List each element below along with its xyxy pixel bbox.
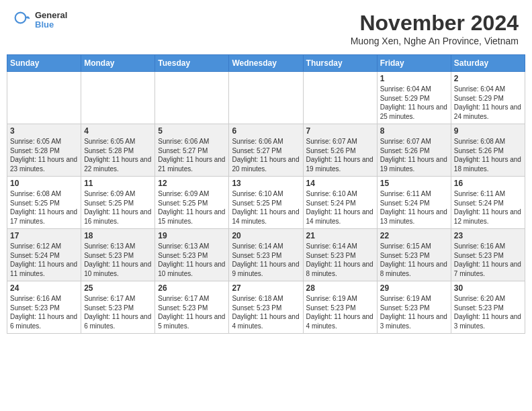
day-number: 29 xyxy=(380,283,448,293)
calendar-cell: 12Sunrise: 6:09 AM Sunset: 5:25 PM Dayli… xyxy=(155,177,229,229)
calendar-cell xyxy=(303,72,377,124)
week-row-1: 1Sunrise: 6:04 AM Sunset: 5:29 PM Daylig… xyxy=(7,72,525,124)
calendar-cell xyxy=(7,72,81,124)
day-info: Sunrise: 6:17 AM Sunset: 5:23 PM Dayligh… xyxy=(158,294,226,330)
calendar-table: SundayMondayTuesdayWednesdayThursdayFrid… xyxy=(7,54,525,334)
day-info: Sunrise: 6:14 AM Sunset: 5:23 PM Dayligh… xyxy=(232,242,300,278)
calendar-cell: 20Sunrise: 6:14 AM Sunset: 5:23 PM Dayli… xyxy=(229,229,303,281)
calendar-cell: 7Sunrise: 6:07 AM Sunset: 5:26 PM Daylig… xyxy=(303,124,377,177)
day-number: 1 xyxy=(380,74,448,83)
calendar-cell: 13Sunrise: 6:10 AM Sunset: 5:25 PM Dayli… xyxy=(229,177,303,229)
day-number: 20 xyxy=(232,231,300,240)
calendar-cell: 2Sunrise: 6:04 AM Sunset: 5:29 PM Daylig… xyxy=(451,72,525,124)
day-info: Sunrise: 6:05 AM Sunset: 5:28 PM Dayligh… xyxy=(84,137,152,173)
day-info: Sunrise: 6:14 AM Sunset: 5:23 PM Dayligh… xyxy=(306,242,374,278)
day-info: Sunrise: 6:12 AM Sunset: 5:24 PM Dayligh… xyxy=(10,242,78,278)
calendar-cell: 16Sunrise: 6:11 AM Sunset: 5:24 PM Dayli… xyxy=(451,177,525,229)
day-number: 26 xyxy=(158,283,226,293)
week-row-3: 10Sunrise: 6:08 AM Sunset: 5:25 PM Dayli… xyxy=(7,177,525,229)
weekday-sunday: Sunday xyxy=(7,55,81,72)
calendar-cell: 10Sunrise: 6:08 AM Sunset: 5:25 PM Dayli… xyxy=(7,177,81,229)
day-info: Sunrise: 6:11 AM Sunset: 5:24 PM Dayligh… xyxy=(380,189,448,226)
calendar-cell: 15Sunrise: 6:11 AM Sunset: 5:24 PM Dayli… xyxy=(377,177,451,229)
day-info: Sunrise: 6:19 AM Sunset: 5:23 PM Dayligh… xyxy=(380,294,448,330)
day-info: Sunrise: 6:13 AM Sunset: 5:23 PM Dayligh… xyxy=(158,242,226,278)
week-row-2: 3Sunrise: 6:05 AM Sunset: 5:28 PM Daylig… xyxy=(7,124,525,177)
day-info: Sunrise: 6:15 AM Sunset: 5:23 PM Dayligh… xyxy=(380,242,448,278)
calendar-cell: 25Sunrise: 6:17 AM Sunset: 5:23 PM Dayli… xyxy=(81,281,155,334)
day-info: Sunrise: 6:04 AM Sunset: 5:29 PM Dayligh… xyxy=(454,85,522,121)
day-number: 2 xyxy=(454,74,522,83)
calendar-cell: 29Sunrise: 6:19 AM Sunset: 5:23 PM Dayli… xyxy=(377,281,451,334)
day-info: Sunrise: 6:05 AM Sunset: 5:28 PM Dayligh… xyxy=(10,137,78,173)
day-number: 11 xyxy=(84,179,152,188)
calendar-cell: 6Sunrise: 6:06 AM Sunset: 5:27 PM Daylig… xyxy=(229,124,303,177)
day-number: 25 xyxy=(84,283,152,293)
weekday-friday: Friday xyxy=(377,55,451,72)
day-info: Sunrise: 6:09 AM Sunset: 5:25 PM Dayligh… xyxy=(158,189,226,226)
day-number: 27 xyxy=(232,283,300,293)
day-number: 19 xyxy=(158,231,226,240)
page-header: General Blue November 2024 Muong Xen, Ng… xyxy=(0,0,532,49)
day-number: 4 xyxy=(84,126,152,136)
day-info: Sunrise: 6:18 AM Sunset: 5:23 PM Dayligh… xyxy=(232,294,300,330)
calendar-cell: 8Sunrise: 6:07 AM Sunset: 5:26 PM Daylig… xyxy=(377,124,451,177)
weekday-wednesday: Wednesday xyxy=(229,55,303,72)
day-number: 23 xyxy=(454,231,522,240)
day-info: Sunrise: 6:06 AM Sunset: 5:27 PM Dayligh… xyxy=(158,137,226,173)
day-info: Sunrise: 6:08 AM Sunset: 5:26 PM Dayligh… xyxy=(454,137,522,173)
week-row-4: 17Sunrise: 6:12 AM Sunset: 5:24 PM Dayli… xyxy=(7,229,525,281)
calendar-cell: 28Sunrise: 6:19 AM Sunset: 5:23 PM Dayli… xyxy=(303,281,377,334)
day-number: 13 xyxy=(232,179,300,188)
day-number: 10 xyxy=(10,179,78,188)
calendar-cell: 3Sunrise: 6:05 AM Sunset: 5:28 PM Daylig… xyxy=(7,124,81,177)
calendar-cell: 22Sunrise: 6:15 AM Sunset: 5:23 PM Dayli… xyxy=(377,229,451,281)
day-number: 6 xyxy=(232,126,300,136)
calendar-cell: 21Sunrise: 6:14 AM Sunset: 5:23 PM Dayli… xyxy=(303,229,377,281)
weekday-tuesday: Tuesday xyxy=(155,55,229,72)
day-info: Sunrise: 6:07 AM Sunset: 5:26 PM Dayligh… xyxy=(380,137,448,173)
day-info: Sunrise: 6:17 AM Sunset: 5:23 PM Dayligh… xyxy=(84,294,152,330)
logo[interactable]: General Blue xyxy=(13,11,67,30)
calendar-cell: 30Sunrise: 6:20 AM Sunset: 5:23 PM Dayli… xyxy=(451,281,525,334)
weekday-monday: Monday xyxy=(81,55,155,72)
calendar-cell: 19Sunrise: 6:13 AM Sunset: 5:23 PM Dayli… xyxy=(155,229,229,281)
day-info: Sunrise: 6:06 AM Sunset: 5:27 PM Dayligh… xyxy=(232,137,300,173)
weekday-saturday: Saturday xyxy=(451,55,525,72)
calendar-cell: 27Sunrise: 6:18 AM Sunset: 5:23 PM Dayli… xyxy=(229,281,303,334)
day-info: Sunrise: 6:09 AM Sunset: 5:25 PM Dayligh… xyxy=(84,189,152,226)
day-info: Sunrise: 6:13 AM Sunset: 5:23 PM Dayligh… xyxy=(84,242,152,278)
calendar-cell: 23Sunrise: 6:16 AM Sunset: 5:23 PM Dayli… xyxy=(451,229,525,281)
day-number: 18 xyxy=(84,231,152,240)
logo-general: General xyxy=(35,11,67,20)
day-info: Sunrise: 6:16 AM Sunset: 5:23 PM Dayligh… xyxy=(10,294,78,330)
day-info: Sunrise: 6:08 AM Sunset: 5:25 PM Dayligh… xyxy=(10,189,78,226)
calendar-header-row: SundayMondayTuesdayWednesdayThursdayFrid… xyxy=(7,55,525,72)
month-title: November 2024 xyxy=(351,11,519,36)
day-number: 8 xyxy=(380,126,448,136)
svg-point-0 xyxy=(15,13,26,24)
day-info: Sunrise: 6:04 AM Sunset: 5:29 PM Dayligh… xyxy=(380,85,448,121)
day-number: 15 xyxy=(380,179,448,188)
calendar-cell: 14Sunrise: 6:10 AM Sunset: 5:24 PM Dayli… xyxy=(303,177,377,229)
day-number: 30 xyxy=(454,283,522,293)
day-info: Sunrise: 6:07 AM Sunset: 5:26 PM Dayligh… xyxy=(306,137,374,173)
day-number: 24 xyxy=(10,283,78,293)
day-info: Sunrise: 6:11 AM Sunset: 5:24 PM Dayligh… xyxy=(454,189,522,226)
day-number: 21 xyxy=(306,231,374,240)
day-number: 16 xyxy=(454,179,522,188)
calendar-cell: 1Sunrise: 6:04 AM Sunset: 5:29 PM Daylig… xyxy=(377,72,451,124)
location: Muong Xen, Nghe An Province, Vietnam xyxy=(351,36,519,46)
day-number: 5 xyxy=(158,126,226,136)
weekday-thursday: Thursday xyxy=(303,55,377,72)
calendar-cell: 9Sunrise: 6:08 AM Sunset: 5:26 PM Daylig… xyxy=(451,124,525,177)
day-number: 3 xyxy=(10,126,78,136)
day-info: Sunrise: 6:20 AM Sunset: 5:23 PM Dayligh… xyxy=(454,294,522,330)
day-info: Sunrise: 6:19 AM Sunset: 5:23 PM Dayligh… xyxy=(306,294,374,330)
calendar-cell: 5Sunrise: 6:06 AM Sunset: 5:27 PM Daylig… xyxy=(155,124,229,177)
calendar-cell xyxy=(229,72,303,124)
calendar-cell: 26Sunrise: 6:17 AM Sunset: 5:23 PM Dayli… xyxy=(155,281,229,334)
day-number: 17 xyxy=(10,231,78,240)
day-info: Sunrise: 6:10 AM Sunset: 5:25 PM Dayligh… xyxy=(232,189,300,226)
calendar-cell: 24Sunrise: 6:16 AM Sunset: 5:23 PM Dayli… xyxy=(7,281,81,334)
